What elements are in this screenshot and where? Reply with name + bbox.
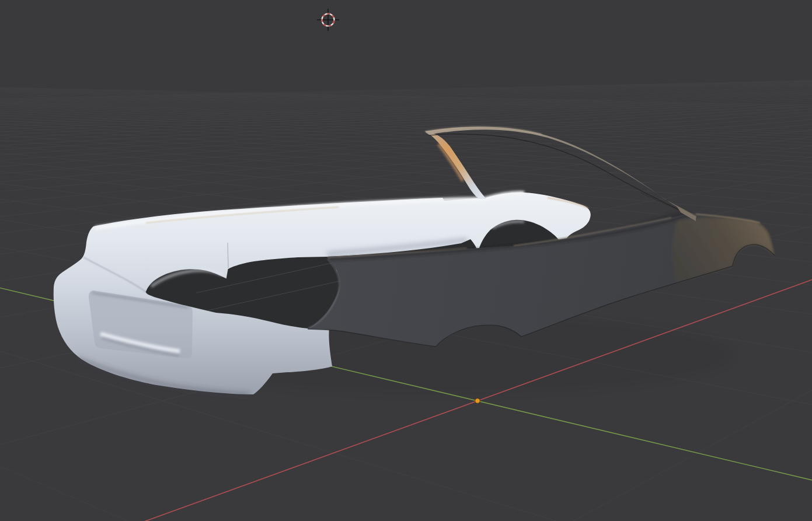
object-origin-dot [475,398,480,403]
quarter-panel-seam [228,243,228,268]
viewport-3d[interactable] [0,0,812,521]
